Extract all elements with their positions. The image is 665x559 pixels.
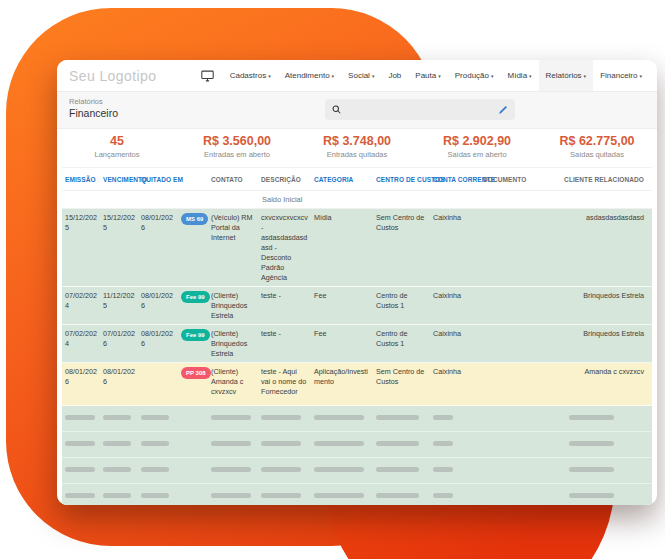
skeleton-cell: [516, 458, 652, 483]
column-header-contato[interactable]: CONTATO: [208, 176, 258, 183]
stat-label: Saídas em aberto: [417, 150, 537, 159]
column-header-quitado-em[interactable]: QUITADO EM: [138, 176, 178, 183]
nav-item-mi-dia[interactable]: Mídia▾: [501, 60, 539, 91]
search-box[interactable]: [325, 99, 515, 120]
cell-centro-de-custos: Sem Centro de Custos: [373, 363, 430, 405]
nav-item-cadastros[interactable]: Cadastros▾: [223, 60, 278, 91]
skeleton-bar: [103, 415, 131, 420]
stat-label: Entradas em aberto: [177, 150, 297, 159]
cell-vencimento: 15/12/2025: [100, 209, 138, 286]
chevron-down-icon: ▾: [332, 74, 335, 79]
skeleton-bar: [376, 467, 419, 472]
column-header-cliente-relacionado[interactable]: CLIENTE RELACIONADO: [516, 176, 652, 183]
skeleton-cell: [311, 432, 373, 457]
cell-emissao: 07/02/2024: [62, 287, 100, 324]
cell-documento: [480, 287, 516, 324]
stat-entradas-quitadas: R$ 3.748,00Entradas quitadas: [297, 129, 417, 167]
nav-item-label: Financeiro: [600, 71, 637, 80]
table-body: 15/12/202515/12/202508/01/2026MS 69(Veíc…: [62, 209, 652, 505]
skeleton-cell: [516, 484, 652, 505]
skeleton-bar: [376, 415, 419, 420]
nav-item-produc-a-o[interactable]: Produção▾: [448, 60, 501, 91]
skeleton-cell: [100, 484, 138, 505]
search-input[interactable]: [345, 104, 498, 115]
cell-quitado-em: 08/01/2026: [138, 209, 178, 286]
stat-value: R$ 62.775,00: [537, 134, 657, 148]
skeleton-row: [62, 406, 652, 432]
column-header-categoria[interactable]: CATEGORIA: [311, 176, 373, 183]
subheader: Relatórios Financeiro: [57, 92, 657, 129]
cell-quitado-em: 08/01/2026: [138, 287, 178, 324]
column-header-emissa-o[interactable]: EMISSÃO: [62, 176, 100, 183]
table-row[interactable]: 08/01/202608/01/2026PP 308(Cliente) Aman…: [62, 363, 652, 406]
table-row[interactable]: 07/02/202407/01/202608/01/2026Fee 99(Cli…: [62, 325, 652, 363]
column-header-descric-a-o[interactable]: DESCRIÇÃO: [258, 176, 311, 183]
cell-cliente-relacionado: Brinquedos Estrela: [516, 325, 652, 362]
cell-documento: [480, 325, 516, 362]
monitor-icon[interactable]: [192, 60, 223, 91]
cell-documento: [480, 209, 516, 286]
cell-conta-corrente: Caixinha: [430, 287, 480, 324]
app-window: Seu Logotipo Cadastros▾Atendimento▾Socia…: [57, 60, 657, 505]
pencil-icon[interactable]: [498, 105, 508, 115]
column-header-centro-de-custos[interactable]: CENTRO DE CUSTOS: [373, 176, 430, 183]
cell-conta-corrente: Caixinha: [430, 209, 480, 286]
cell-vencimento: 07/01/2026: [100, 325, 138, 362]
nav-menu: Cadastros▾Atendimento▾Social▾JobPauta▾Pr…: [192, 60, 649, 91]
skeleton-cell: [480, 484, 516, 505]
cell-centro-de-custos: Centro de Custos 1: [373, 325, 430, 362]
skeleton-cell: [62, 484, 100, 505]
chevron-down-icon: ▾: [491, 74, 494, 79]
skeleton-cell: [311, 406, 373, 431]
skeleton-bar: [433, 415, 453, 420]
logo-text: Seu Logotipo: [69, 68, 156, 84]
skeleton-cell: [373, 458, 430, 483]
cell-badge: MS 69: [178, 209, 208, 286]
stat-sai-das-em-aberto: R$ 2.902,90Saídas em aberto: [417, 129, 537, 167]
skeleton-cell: [311, 458, 373, 483]
nav-item-atendimento[interactable]: Atendimento▾: [278, 60, 341, 91]
cell-contato: (Cliente) Brinquedos Estrela: [208, 287, 258, 324]
chevron-down-icon: ▾: [639, 74, 642, 79]
skeleton-cell: [258, 458, 311, 483]
row-badge: Fee 99: [181, 291, 210, 303]
stat-value: R$ 3.560,00: [177, 134, 297, 148]
skeleton-cell: [430, 406, 480, 431]
nav-item-pauta[interactable]: Pauta▾: [408, 60, 447, 91]
skeleton-cell: [480, 406, 516, 431]
skeleton-bar: [261, 441, 301, 446]
skeleton-cell: [62, 432, 100, 457]
skeleton-cell: [208, 432, 258, 457]
cell-categoria: Mídia: [311, 209, 373, 286]
cell-emissao: 15/12/2025: [62, 209, 100, 286]
nav-item-job[interactable]: Job: [381, 60, 408, 91]
skeleton-bar: [314, 441, 364, 446]
skeleton-bar: [314, 415, 364, 420]
skeleton-bar: [569, 415, 614, 420]
nav-item-financeiro[interactable]: Financeiro▾: [593, 60, 649, 91]
chevron-down-icon: ▾: [529, 74, 532, 79]
cell-cliente-relacionado: asdasdasdasdasd: [516, 209, 652, 286]
skeleton-row: [62, 432, 652, 458]
skeleton-bar: [433, 467, 453, 472]
table-row[interactable]: 15/12/202515/12/202508/01/2026MS 69(Veíc…: [62, 209, 652, 287]
skeleton-cell: [516, 406, 652, 431]
nav-item-relato-rios[interactable]: Relatórios▾: [539, 60, 594, 91]
skeleton-bar: [261, 467, 301, 472]
column-header-conta-corrente[interactable]: CONTA CORRENTE: [430, 176, 480, 183]
skeleton-bar: [314, 467, 364, 472]
column-header-vencimento[interactable]: VENCIMENTO: [100, 176, 138, 183]
table-header-row: EMISSÃOVENCIMENTOQUITADO EMCONTATODESCRI…: [62, 168, 652, 190]
skeleton-bar: [261, 415, 301, 420]
skeleton-cell: [208, 458, 258, 483]
nav-item-label: Social: [348, 71, 370, 80]
skeleton-cell: [100, 458, 138, 483]
nav-item-label: Pauta: [415, 71, 436, 80]
table-row[interactable]: 07/02/202411/12/202508/01/2026Fee 99(Cli…: [62, 287, 652, 325]
skeleton-cell: [311, 484, 373, 505]
nav-item-social[interactable]: Social▾: [341, 60, 381, 91]
skeleton-cell: [62, 406, 100, 431]
cell-cliente-relacionado: Brinquedos Estrela: [516, 287, 652, 324]
skeleton-cell: [62, 458, 100, 483]
column-header-documento[interactable]: DOCUMENTO: [480, 176, 516, 183]
